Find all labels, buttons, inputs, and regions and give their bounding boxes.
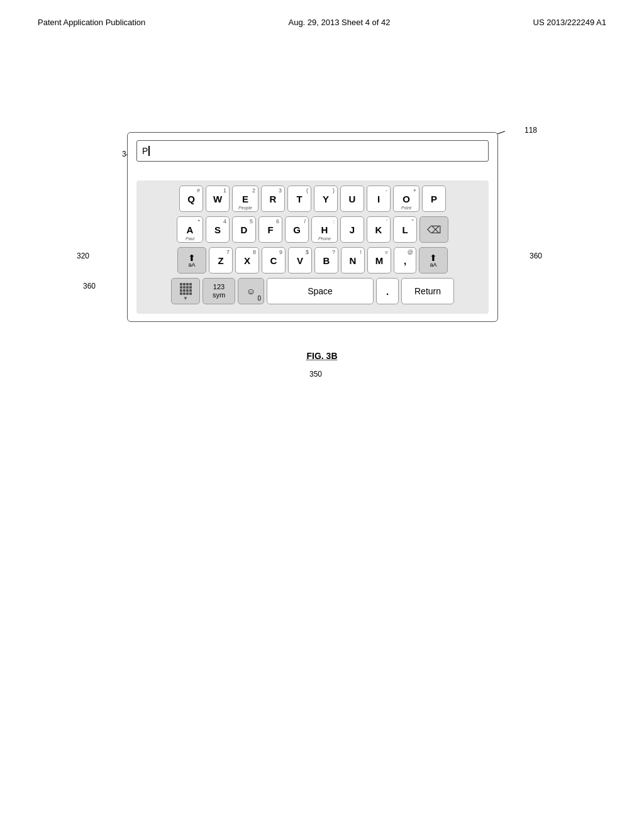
key-row-3: ⬆ aA 7 Z 8 X 9 C — [140, 247, 485, 274]
hint-point: Point — [401, 206, 411, 210]
key-grid[interactable]: ▼ — [171, 278, 200, 304]
key-B[interactable]: ? B — [314, 247, 338, 274]
key-R[interactable]: 3 R — [261, 185, 285, 212]
key-P[interactable]: P — [422, 185, 446, 212]
key-row-1: # Q 1 W 2 E People 3 R — [140, 185, 485, 212]
key-E[interactable]: 2 E People — [232, 185, 258, 212]
header-center: Aug. 29, 2013 Sheet 4 of 42 — [288, 18, 390, 27]
key-L[interactable]: " L — [393, 216, 417, 243]
annotation-360b: 360 — [530, 252, 542, 260]
key-Y[interactable]: ) Y — [314, 185, 338, 212]
key-shift-right[interactable]: ⬆ aA — [419, 247, 448, 274]
hint-paul: Paul — [186, 236, 194, 241]
annotation-360a: 360 — [83, 282, 96, 290]
shift-content-right: ⬆ aA — [430, 253, 437, 268]
key-Z[interactable]: 7 Z — [209, 247, 233, 274]
key-shift-left[interactable]: ⬆ aA — [177, 247, 206, 274]
key-I[interactable]: - I — [367, 185, 391, 212]
key-comma[interactable]: @ , — [394, 247, 416, 274]
key-D[interactable]: 5 D — [232, 216, 256, 243]
shift-content-left: ⬆ aA — [188, 253, 196, 268]
key-N[interactable]: ! N — [341, 247, 365, 274]
key-X[interactable]: 8 X — [235, 247, 259, 274]
key-W[interactable]: 1 W — [206, 185, 230, 212]
key-period[interactable]: . — [376, 278, 399, 304]
key-123sym[interactable]: 123 sym — [203, 278, 235, 304]
sym-label: 123 sym — [213, 283, 225, 299]
header-left: Patent Application Publication — [38, 18, 145, 27]
key-O[interactable]: + O Point — [393, 185, 419, 212]
key-space[interactable]: Space — [267, 278, 374, 304]
key-row-4: ▼ 123 sym ☺ 0 Space . — [140, 278, 485, 304]
annotation-350: 350 — [309, 370, 322, 379]
annotation-320: 320 — [77, 252, 89, 260]
key-F[interactable]: 6 F — [258, 216, 282, 243]
input-value: P — [142, 146, 148, 156]
text-input-field[interactable]: P — [136, 140, 489, 162]
key-J[interactable]: J — [340, 216, 364, 243]
key-V[interactable]: $ V — [288, 247, 312, 274]
keyboard: # Q 1 W 2 E People 3 R — [136, 180, 489, 314]
space-label: Space — [308, 286, 333, 296]
return-label: Return — [414, 286, 441, 296]
key-U[interactable]: U — [340, 185, 364, 212]
key-S[interactable]: 4 S — [206, 216, 230, 243]
header-right: US 2013/222249 A1 — [533, 18, 606, 27]
key-H[interactable]: : H Phone — [311, 216, 338, 243]
hint-people: People — [238, 206, 252, 210]
emoji-icon: ☺ — [247, 286, 255, 296]
key-G[interactable]: / G — [285, 216, 309, 243]
page: Patent Application Publication Aug. 29, … — [0, 0, 644, 830]
key-emoji[interactable]: ☺ 0 — [238, 278, 264, 304]
delete-icon: ⌫ — [427, 224, 441, 236]
key-row-2: * A Paul 4 S 5 D 6 F — [140, 216, 485, 243]
key-M[interactable]: = M — [367, 247, 391, 274]
grid-arrow: ▼ — [183, 296, 188, 301]
hint-phone: Phone — [318, 236, 331, 241]
grid-icon — [180, 283, 192, 295]
key-A[interactable]: * A Paul — [177, 216, 203, 243]
key-Q[interactable]: # Q — [179, 185, 203, 212]
key-return[interactable]: Return — [401, 278, 454, 304]
patent-header: Patent Application Publication Aug. 29, … — [0, 0, 644, 33]
figure-label: FIG. 3B — [64, 351, 580, 361]
key-K[interactable]: ' K — [367, 216, 391, 243]
key-T[interactable]: ( T — [287, 185, 311, 212]
key-delete[interactable]: ⌫ — [419, 216, 448, 243]
key-C[interactable]: 9 C — [262, 247, 286, 274]
annotation-118: 118 — [525, 126, 537, 135]
device-frame: P # Q 1 W 2 E — [127, 132, 498, 322]
